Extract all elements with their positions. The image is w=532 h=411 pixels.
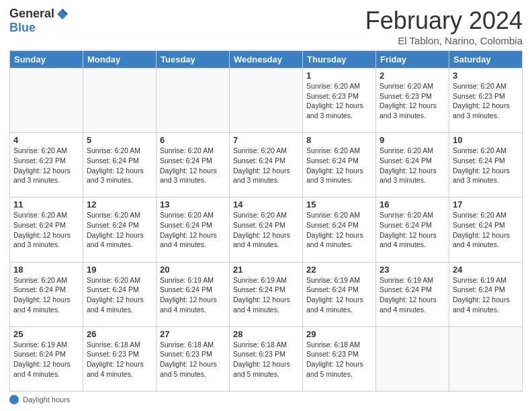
- calendar-cell: 3Sunrise: 6:20 AMSunset: 6:23 PMDaylight…: [449, 68, 523, 133]
- day-number: 15: [306, 199, 372, 210]
- page: General Blue February 2024 El Tablon, Na…: [0, 0, 532, 411]
- col-tuesday: Tuesday: [157, 51, 230, 68]
- logo-icon: [56, 7, 69, 21]
- day-info: Sunrise: 6:20 AMSunset: 6:23 PMDaylight:…: [13, 146, 79, 185]
- calendar-week-row-2: 11Sunrise: 6:20 AMSunset: 6:24 PMDayligh…: [10, 197, 523, 262]
- day-info: Sunrise: 6:20 AMSunset: 6:23 PMDaylight:…: [380, 81, 445, 121]
- day-info: Sunrise: 6:20 AMSunset: 6:24 PMDaylight:…: [87, 275, 152, 315]
- calendar-cell: 19Sunrise: 6:20 AMSunset: 6:24 PMDayligh…: [83, 262, 157, 326]
- day-number: 17: [453, 199, 519, 210]
- day-info: Sunrise: 6:18 AMSunset: 6:23 PMDaylight:…: [233, 340, 299, 379]
- day-number: 16: [380, 199, 445, 210]
- day-info: Sunrise: 6:20 AMSunset: 6:24 PMDaylight:…: [13, 275, 79, 315]
- calendar-week-row-1: 4Sunrise: 6:20 AMSunset: 6:23 PMDaylight…: [10, 133, 523, 197]
- day-info: Sunrise: 6:19 AMSunset: 6:24 PMDaylight:…: [160, 275, 226, 315]
- day-number: 4: [13, 135, 79, 145]
- day-number: 29: [306, 329, 372, 339]
- calendar-cell: 26Sunrise: 6:18 AMSunset: 6:23 PMDayligh…: [83, 326, 157, 391]
- footer-dot-icon: [9, 395, 19, 404]
- calendar-cell: 13Sunrise: 6:20 AMSunset: 6:24 PMDayligh…: [157, 197, 230, 262]
- day-number: 18: [13, 265, 79, 275]
- calendar-cell: [83, 68, 157, 133]
- calendar-header-row: Sunday Monday Tuesday Wednesday Thursday…: [10, 51, 523, 68]
- day-number: 21: [233, 265, 299, 275]
- day-info: Sunrise: 6:20 AMSunset: 6:24 PMDaylight:…: [87, 146, 152, 185]
- calendar-week-row-4: 25Sunrise: 6:19 AMSunset: 6:24 PMDayligh…: [10, 326, 523, 391]
- calendar-cell: [10, 68, 83, 133]
- day-number: 1: [306, 71, 372, 81]
- day-number: 20: [160, 265, 226, 275]
- col-thursday: Thursday: [303, 51, 376, 68]
- day-number: 10: [453, 135, 519, 145]
- calendar-cell: 21Sunrise: 6:19 AMSunset: 6:24 PMDayligh…: [230, 262, 303, 326]
- footer: Daylight hours: [9, 395, 523, 404]
- day-info: Sunrise: 6:20 AMSunset: 6:24 PMDaylight:…: [87, 210, 152, 250]
- day-info: Sunrise: 6:20 AMSunset: 6:24 PMDaylight:…: [380, 146, 445, 185]
- day-number: 25: [13, 329, 79, 339]
- day-info: Sunrise: 6:20 AMSunset: 6:24 PMDaylight:…: [380, 210, 445, 250]
- day-number: 13: [160, 199, 226, 210]
- calendar-cell: 1Sunrise: 6:20 AMSunset: 6:23 PMDaylight…: [303, 68, 376, 133]
- day-number: 22: [306, 265, 372, 275]
- day-number: 6: [160, 135, 226, 145]
- calendar-cell: 17Sunrise: 6:20 AMSunset: 6:24 PMDayligh…: [449, 197, 523, 262]
- day-info: Sunrise: 6:19 AMSunset: 6:24 PMDaylight:…: [233, 275, 299, 315]
- day-number: 8: [306, 135, 372, 145]
- calendar-cell: 12Sunrise: 6:20 AMSunset: 6:24 PMDayligh…: [83, 197, 157, 262]
- calendar-cell: 25Sunrise: 6:19 AMSunset: 6:24 PMDayligh…: [10, 326, 83, 391]
- calendar-week-row-3: 18Sunrise: 6:20 AMSunset: 6:24 PMDayligh…: [10, 262, 523, 326]
- col-monday: Monday: [83, 51, 157, 68]
- day-info: Sunrise: 6:19 AMSunset: 6:24 PMDaylight:…: [380, 275, 445, 315]
- calendar-cell: 15Sunrise: 6:20 AMSunset: 6:24 PMDayligh…: [303, 197, 376, 262]
- calendar-cell: [376, 326, 449, 391]
- day-info: Sunrise: 6:20 AMSunset: 6:24 PMDaylight:…: [233, 146, 299, 185]
- top-section: General Blue February 2024 El Tablon, Na…: [9, 7, 523, 46]
- day-info: Sunrise: 6:20 AMSunset: 6:24 PMDaylight:…: [306, 146, 372, 185]
- day-number: 3: [453, 71, 519, 81]
- day-info: Sunrise: 6:20 AMSunset: 6:24 PMDaylight:…: [453, 210, 519, 250]
- calendar-cell: 28Sunrise: 6:18 AMSunset: 6:23 PMDayligh…: [230, 326, 303, 391]
- day-info: Sunrise: 6:20 AMSunset: 6:24 PMDaylight:…: [233, 210, 299, 250]
- day-number: 12: [87, 199, 152, 210]
- calendar-cell: 7Sunrise: 6:20 AMSunset: 6:24 PMDaylight…: [230, 133, 303, 197]
- calendar-cell: 29Sunrise: 6:18 AMSunset: 6:23 PMDayligh…: [303, 326, 376, 391]
- col-sunday: Sunday: [10, 51, 83, 68]
- day-info: Sunrise: 6:18 AMSunset: 6:23 PMDaylight:…: [306, 340, 372, 379]
- day-info: Sunrise: 6:18 AMSunset: 6:23 PMDaylight:…: [87, 340, 152, 379]
- day-number: 7: [233, 135, 299, 145]
- col-wednesday: Wednesday: [230, 51, 303, 68]
- day-number: 5: [87, 135, 152, 145]
- day-info: Sunrise: 6:20 AMSunset: 6:23 PMDaylight:…: [306, 81, 372, 121]
- calendar-cell: 10Sunrise: 6:20 AMSunset: 6:24 PMDayligh…: [449, 133, 523, 197]
- footer-label: Daylight hours: [23, 396, 70, 404]
- calendar-cell: 22Sunrise: 6:19 AMSunset: 6:24 PMDayligh…: [303, 262, 376, 326]
- calendar-cell: [230, 68, 303, 133]
- day-number: 2: [380, 71, 445, 81]
- day-number: 28: [233, 329, 299, 339]
- day-number: 11: [13, 199, 79, 210]
- day-info: Sunrise: 6:19 AMSunset: 6:24 PMDaylight:…: [306, 275, 372, 315]
- day-info: Sunrise: 6:19 AMSunset: 6:24 PMDaylight:…: [453, 275, 519, 315]
- day-number: 19: [87, 265, 152, 275]
- calendar-cell: 24Sunrise: 6:19 AMSunset: 6:24 PMDayligh…: [449, 262, 523, 326]
- calendar-cell: 4Sunrise: 6:20 AMSunset: 6:23 PMDaylight…: [10, 133, 83, 197]
- col-saturday: Saturday: [449, 51, 523, 68]
- day-number: 27: [160, 329, 226, 339]
- day-info: Sunrise: 6:20 AMSunset: 6:24 PMDaylight:…: [13, 210, 79, 250]
- col-friday: Friday: [376, 51, 449, 68]
- day-number: 24: [453, 265, 519, 275]
- location: El Tablon, Narino, Colombia: [365, 35, 523, 46]
- day-info: Sunrise: 6:19 AMSunset: 6:24 PMDaylight:…: [13, 340, 79, 379]
- day-info: Sunrise: 6:20 AMSunset: 6:24 PMDaylight:…: [160, 146, 226, 185]
- calendar: Sunday Monday Tuesday Wednesday Thursday…: [9, 50, 523, 392]
- calendar-cell: 18Sunrise: 6:20 AMSunset: 6:24 PMDayligh…: [10, 262, 83, 326]
- calendar-week-row-0: 1Sunrise: 6:20 AMSunset: 6:23 PMDaylight…: [10, 68, 523, 133]
- day-number: 23: [380, 265, 445, 275]
- day-info: Sunrise: 6:20 AMSunset: 6:24 PMDaylight:…: [306, 210, 372, 250]
- day-info: Sunrise: 6:20 AMSunset: 6:24 PMDaylight:…: [453, 146, 519, 185]
- calendar-cell: [449, 326, 523, 391]
- calendar-cell: 9Sunrise: 6:20 AMSunset: 6:24 PMDaylight…: [376, 133, 449, 197]
- logo-general-text: General: [9, 7, 54, 21]
- calendar-cell: 16Sunrise: 6:20 AMSunset: 6:24 PMDayligh…: [376, 197, 449, 262]
- day-number: 26: [87, 329, 152, 339]
